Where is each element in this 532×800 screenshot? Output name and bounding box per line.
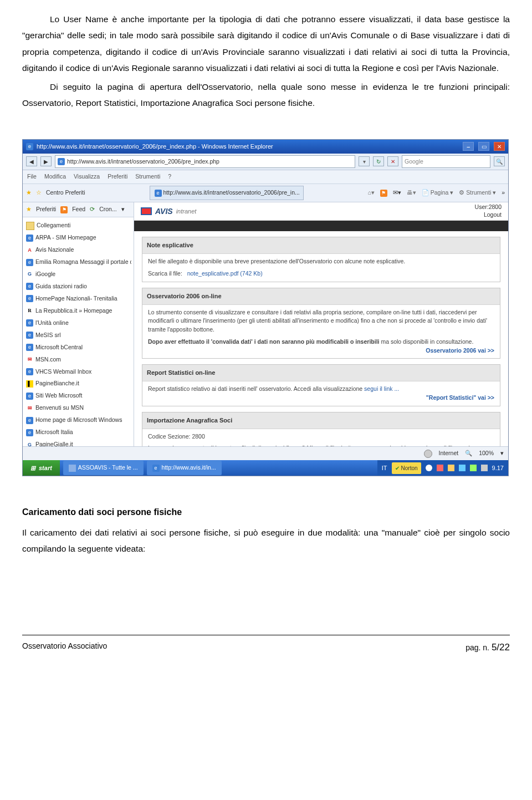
favorites-item[interactable]: ✉MSN.com [25,354,131,366]
window-minimize-button[interactable]: ‒ [463,142,474,151]
favorites-item-label: MSN.com [35,354,61,365]
tray-icon[interactable] [470,465,477,471]
home-icon[interactable]: ⌂▾ [367,187,374,198]
tray-icon[interactable] [448,465,454,471]
card-header: Importazione Anagrafica Soci [142,412,500,429]
back-button[interactable]: ◀ [26,156,37,166]
menu-tools[interactable]: Strumenti [135,171,160,182]
menu-file[interactable]: File [27,171,37,182]
feeds-icon[interactable]: ⚑ [380,190,387,197]
favorites-item-label: Collegamenti [37,220,70,231]
favorites-item[interactable]: eHomePage Nazionali- Trenitalia [25,293,131,305]
card-inline-link[interactable]: segui il link ... [364,385,399,392]
page-icon: e [26,344,33,351]
svg-rect-1 [142,208,151,214]
favorites-item-label: MeSIS srl [35,330,61,341]
stop-button[interactable]: ✕ [387,156,398,166]
tray-icon[interactable] [459,465,466,471]
internet-zone-label: Internet [439,448,459,459]
favorites-item[interactable]: eARPA - SIM Homepage [25,232,131,244]
print-icon[interactable]: 🖶▾ [407,187,416,198]
favorites-item[interactable]: eSiti Web Microsoft [25,390,131,402]
add-favorite-icon[interactable]: ☆ [36,187,42,198]
favorites-item[interactable]: eVHCS Webmail Inbox [25,366,131,378]
favorites-toolbar: ★ ☆ Centro Preferiti e http://www.avis.i… [23,184,508,202]
menu-favorites[interactable]: Preferiti [108,171,127,182]
menu-edit[interactable]: Modifica [44,171,66,182]
zoom-icon[interactable]: 🔍 [465,448,472,459]
msn-icon: ✉ [26,356,33,363]
avis-icon: A [26,247,33,254]
favorites-item[interactable]: GiGoogle [25,268,131,281]
start-button[interactable]: ⊞ start [23,460,60,476]
refresh-button[interactable]: ↻ [373,156,384,166]
avis-mark-icon [141,207,152,215]
favorites-item[interactable]: eMicrosoft Italia [25,426,131,439]
tray-icon[interactable] [426,465,432,471]
menu-view[interactable]: Visualizza [74,171,100,182]
zoom-dropdown-icon[interactable]: ▾ [500,448,504,459]
mail-icon[interactable]: ✉▾ [393,187,401,198]
clock[interactable]: 9.17 [492,462,504,474]
favorites-star-icon[interactable]: ★ [26,187,32,198]
page-icon: e [26,368,33,375]
right-toolbar: ⌂▾ ⚑ ✉▾ 🖶▾ 📄 Pagina ▾ ⚙ Strumenti ▾ » [367,187,505,198]
favorites-item[interactable]: el'Unità online [25,317,131,329]
section-heading: Caricamento dati soci persone fisiche [22,504,510,521]
menu-help[interactable]: ? [168,171,171,182]
favorites-item[interactable]: AAvis Nazionale [25,244,131,256]
section-body: Il caricamento dei dati relativi ai soci… [22,524,510,557]
favorites-item[interactable]: Collegamenti [25,220,131,232]
favorites-item-label: PagineGialle.it [35,439,73,446]
favorites-center-label[interactable]: Centro Preferiti [46,187,85,198]
taskbar-item-1[interactable]: ASSOAVIS - Tutte le ... [63,461,144,475]
favorites-item[interactable]: eEmilia Romagna Messaggi il portale del.… [25,256,131,268]
app-icon [69,465,76,472]
favorites-item[interactable]: RLa Repubblica.it » Homepage [25,305,131,317]
norton-badge[interactable]: ✔ Norton [392,462,421,474]
fav-tab-favorites[interactable]: Preferiti [36,204,56,215]
fav-tab-feed[interactable]: Feed [72,204,85,215]
favorites-item[interactable]: ✉Benvenuti su MSN [25,402,131,414]
history-icon: ⟳ [90,204,95,215]
user-block: User:2800 Logout [475,203,502,218]
favorites-item-label: Siti Web Microsoft [35,390,82,401]
osservatorio-link[interactable]: Osservatorio 2006 vai >> [148,347,494,355]
browser-tab[interactable]: e http://www.avis.it/intranet/osservator… [150,186,304,200]
page-icon: e [26,235,33,242]
card-text: Lo strumento consente di visualizzare e … [148,308,494,334]
favorites-item[interactable]: eMicrosoft bCentral [25,342,131,354]
favorites-item-label: Benvenuti su MSN [35,402,84,414]
go-button[interactable]: ▾ [359,156,370,166]
tray-icon[interactable] [481,465,488,471]
download-link[interactable]: note_esplicative.pdf (742 Kb) [187,270,263,277]
taskbar-item-2[interactable]: e http://www.avis.it/in... [147,461,222,475]
card-header: Report Statistici on-line [142,365,500,381]
tray-icon[interactable] [437,465,443,471]
favorites-item-label: HomePage Nazionali- Trenitalia [35,293,117,304]
google-icon: G [26,271,33,278]
favorites-item[interactable]: GPagineGialle.it [25,439,131,446]
language-indicator[interactable]: IT [382,462,387,474]
fav-chevron-icon[interactable]: ▾ [121,204,125,215]
zoom-level[interactable]: 100% [479,448,494,459]
window-maximize-button[interactable]: ▭ [478,142,489,151]
page-menu[interactable]: 📄 Pagina ▾ [422,187,454,198]
more-chevron[interactable]: » [502,187,505,198]
window-close-button[interactable]: ✕ [494,142,505,151]
favorites-item[interactable]: eHome page di Microsoft Windows [25,414,131,426]
avis-logo: AVIS intranet [141,204,196,219]
address-bar[interactable]: e http://www.avis.it/intranet/osservator… [55,155,355,169]
favorites-item-label: Avis Nazionale [35,244,74,256]
favorites-item[interactable]: eMeSIS srl [25,329,131,342]
forward-button[interactable]: ▶ [40,156,52,166]
favorites-item-label: ARPA - SIM Homepage [35,232,96,243]
logout-link[interactable]: Logout [484,211,502,218]
fav-tab-history[interactable]: Cron... [99,204,117,215]
search-box[interactable]: Google [402,155,490,169]
tools-menu[interactable]: ⚙ Strumenti ▾ [459,187,496,198]
favorites-item[interactable]: eGuida stazioni radio [25,281,131,293]
favorites-item[interactable]: ▌PagineBianche.it [25,378,131,390]
search-button[interactable]: 🔍 [494,156,505,166]
report-link[interactable]: "Report Statistici" vai >> [148,394,494,402]
